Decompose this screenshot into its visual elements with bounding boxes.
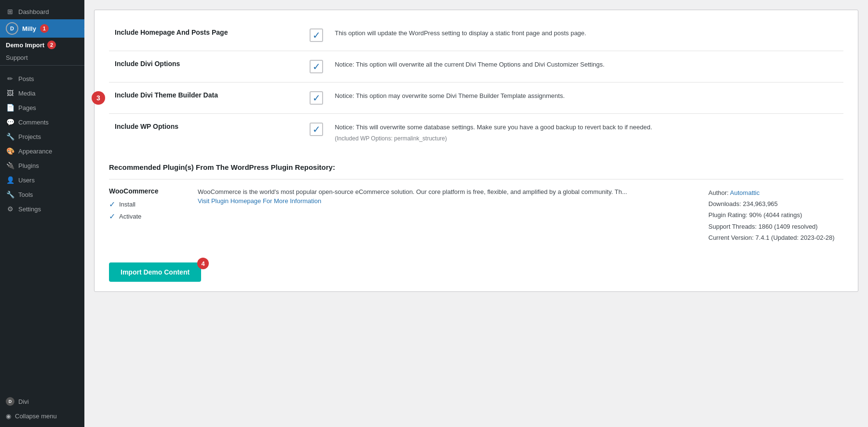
check-cell-divi-options[interactable]: ✓ [304,51,329,83]
sidebar-item-comments-label: Comments [18,119,49,126]
plugin-rating: Plugin Rating: 90% (4044 ratings) [708,209,843,220]
content-panel: Include Homepage And Posts Page ✓ This o… [94,10,858,292]
import-demo-content-button[interactable]: Import Demo Content 4 [109,262,201,282]
check-cell-homepage[interactable]: ✓ [304,20,329,51]
demo-import-badge: 2 [47,41,56,49]
check-cell-divi-theme-builder[interactable]: ✓ [304,83,329,114]
option-name-wp-options: Include WP Options [109,114,304,152]
sidebar-bottom: D Divi ◉ Collapse menu [0,390,84,427]
collapse-icon: ◉ [6,413,11,420]
tools-icon: 🔧 [6,191,14,198]
sidebar-item-pages[interactable]: 📄 Pages [0,100,84,115]
import-section: Import Demo Content 4 [109,262,843,282]
support-link[interactable]: Support [0,52,84,63]
dashboard-icon: ⊞ [6,8,14,15]
plugin-homepage-link[interactable]: Visit Plugin Homepage For More Informati… [198,197,321,205]
divi-label: Divi [18,398,29,405]
user-name: Milly [22,25,36,32]
sidebar-item-plugins[interactable]: 🔌 Plugins [0,158,84,173]
checkbox-wp-options[interactable]: ✓ [310,123,323,136]
plugin-author: Author: Automattic [708,187,843,198]
option-desc-homepage: This option will update the WordPress se… [329,20,843,51]
import-step-badge: 4 [197,258,209,269]
option-desc-divi-options: Notice: This option will overwrite all t… [329,51,843,83]
sidebar-item-users[interactable]: 👤 Users [0,173,84,187]
sidebar-item-projects[interactable]: 🔧 Projects [0,129,84,144]
plugins-section-title: Recommended Plugin(s) From The WordPress… [109,163,843,171]
option-row-divi-theme-builder: 3 Include Divi Theme Builder Data ✓ Noti… [109,83,843,114]
plugin-support-threads: Support Threads: 1860 (1409 resolved) [708,221,843,232]
plugin-version: Current Version: 7.4.1 (Updated: 2023-02… [708,232,843,243]
sidebar-item-plugins-label: Plugins [18,162,39,169]
plugin-left-woocommerce: WooCommerce ✓ Install ✓ Activate [109,187,186,244]
plugin-action-install: ✓ Install [109,200,186,209]
sidebar: ⊞ Dashboard D Milly 1 ‹ Demo Import 2 Su… [0,0,84,427]
plugins-icon: 🔌 [6,162,14,169]
plugin-description-woocommerce: WooCommerce is the world's most popular … [198,187,697,244]
sidebar-item-divi[interactable]: D Divi [0,394,84,409]
user-badge: 1 [40,24,49,33]
plugin-action-activate: ✓ Activate [109,212,186,221]
demo-import-row[interactable]: Demo Import 2 [0,38,84,52]
projects-icon: 🔧 [6,133,14,140]
avatar: D [6,22,18,35]
option-row-divi-options: Include Divi Options ✓ Notice: This opti… [109,51,843,83]
activate-label: Activate [119,213,141,220]
option-desc-divi-theme-builder: Notice: This option may overwrite some D… [329,83,843,114]
sidebar-item-comments[interactable]: 💬 Comments [0,115,84,129]
option-name-homepage: Include Homepage And Posts Page [109,20,304,51]
collapse-menu-button[interactable]: ◉ Collapse menu [0,409,84,423]
sidebar-item-pages-label: Pages [18,104,36,111]
option-sub-wp-options: (Included WP Options: permalink_structur… [335,134,838,143]
option-desc-wp-options: Notice: This will overwrite some databas… [329,114,843,152]
check-cell-wp-options[interactable]: ✓ [304,114,329,152]
dashboard-label: Dashboard [18,8,49,15]
main-content: Include Homepage And Posts Page ✓ This o… [84,0,868,427]
checkbox-divi-theme-builder[interactable]: ✓ [310,91,323,105]
collapse-arrow-icon[interactable]: ‹ [81,24,84,33]
sidebar-item-tools[interactable]: 🔧 Tools [0,187,84,202]
user-row[interactable]: D Milly 1 ‹ [0,19,84,38]
settings-icon: ⚙ [6,205,14,213]
step3-badge: 3 [92,91,105,105]
install-check-icon: ✓ [109,200,115,209]
sidebar-item-appearance-label: Appearance [18,148,52,155]
appearance-icon: 🎨 [6,147,14,155]
sidebar-item-media[interactable]: 🖼 Media [0,86,84,100]
sidebar-divider [0,65,84,66]
checkbox-divi-options[interactable]: ✓ [310,60,323,73]
install-label: Install [119,201,136,208]
comments-icon: 💬 [6,118,14,126]
sidebar-item-posts-label: Posts [18,75,34,83]
sidebar-item-media-label: Media [18,90,35,97]
option-name-divi-options: Include Divi Options [109,51,304,83]
plugin-downloads: Downloads: 234,963,965 [708,198,843,209]
sidebar-item-settings-label: Settings [18,206,41,213]
media-icon: 🖼 [6,89,14,97]
option-name-divi-theme-builder: 3 Include Divi Theme Builder Data [109,83,304,114]
sidebar-item-dashboard[interactable]: ⊞ Dashboard [0,4,84,19]
posts-icon: ✏ [6,75,14,83]
users-icon: 👤 [6,176,14,184]
plugin-card-woocommerce: WooCommerce ✓ Install ✓ Activate WooComm… [109,179,843,251]
sidebar-item-settings[interactable]: ⚙ Settings [0,202,84,216]
sidebar-item-projects-label: Projects [18,133,41,140]
activate-check-icon: ✓ [109,212,115,221]
plugin-name-woocommerce: WooCommerce [109,187,186,195]
sidebar-item-tools-label: Tools [18,191,33,198]
sidebar-item-appearance[interactable]: 🎨 Appearance [0,144,84,158]
divi-logo-icon: D [6,397,14,406]
sidebar-nav: ✏ Posts 🖼 Media 📄 Pages 💬 Comments 🔧 Pro… [0,71,84,216]
options-table: Include Homepage And Posts Page ✓ This o… [109,20,843,152]
sidebar-item-posts[interactable]: ✏ Posts [0,71,84,86]
sidebar-item-users-label: Users [18,177,35,184]
demo-import-label: Demo Import [6,41,44,49]
option-row-wp-options: Include WP Options ✓ Notice: This will o… [109,114,843,152]
option-row-homepage: Include Homepage And Posts Page ✓ This o… [109,20,843,51]
collapse-label: Collapse menu [15,413,57,420]
plugin-meta-woocommerce: Author: Automattic Downloads: 234,963,96… [708,187,843,244]
checkbox-homepage[interactable]: ✓ [310,28,323,42]
pages-icon: 📄 [6,104,14,111]
plugin-author-link[interactable]: Automattic [730,189,760,196]
